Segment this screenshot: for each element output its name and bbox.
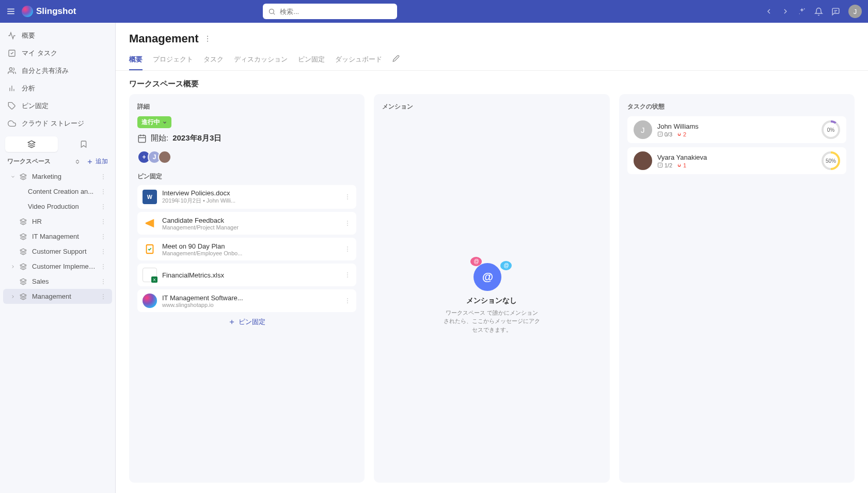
sparkle-icon[interactable] <box>798 7 806 16</box>
nav-shared[interactable]: 自分と共有済み <box>0 62 115 80</box>
pinned-item[interactable]: WInterview Policies.docx2019年10月2日 • Joh… <box>137 185 356 209</box>
main-content: Management 概要プロジェクトタスクディスカッションピン固定ダッシュボー… <box>116 23 868 493</box>
more-icon[interactable] <box>344 193 351 201</box>
sidebar-item-workspace[interactable]: Marketing <box>3 169 112 184</box>
svg-point-51 <box>103 298 104 299</box>
pinned-item-sub: 2019年10月2日 • John Willi... <box>162 197 339 205</box>
edit-tabs-icon[interactable] <box>392 55 400 67</box>
card-title: メンション <box>382 102 601 111</box>
nav-label: クラウド ストレージ <box>22 119 84 128</box>
tab[interactable]: ディスカッション <box>234 52 288 70</box>
svg-marker-28 <box>20 219 26 222</box>
svg-point-29 <box>103 219 104 220</box>
user-stats: 0/3 2 <box>657 131 816 137</box>
svg-point-64 <box>348 223 349 224</box>
svg-point-30 <box>103 221 104 222</box>
nav-forward-icon[interactable] <box>781 7 790 16</box>
pinned-item[interactable]: Candidate FeedbackManagement/Project Man… <box>137 212 356 235</box>
tab[interactable]: ピン固定 <box>298 52 325 70</box>
brand-logo[interactable]: Slingshot <box>22 6 76 17</box>
more-icon[interactable] <box>344 297 351 304</box>
sidebar-item-workspace-child[interactable]: Content Creation an... <box>3 184 112 199</box>
sidebar-item-workspace[interactable]: IT Management <box>3 229 112 244</box>
workspace-label: Sales <box>32 278 96 285</box>
fire-icon <box>676 162 682 168</box>
more-icon[interactable] <box>344 245 351 253</box>
search-input[interactable] <box>280 8 392 16</box>
pinned-list: WInterview Policies.docx2019年10月2日 • Joh… <box>137 185 356 312</box>
tab[interactable]: 概要 <box>129 52 143 70</box>
add-pin-button[interactable]: ピン固定 <box>137 312 356 332</box>
member-avatars[interactable]: + J <box>137 150 356 164</box>
nav-mytasks[interactable]: マイ タスク <box>0 44 115 62</box>
view-bookmarks-tab[interactable] <box>58 136 111 152</box>
nav-pinned[interactable]: ピン固定 <box>0 97 115 115</box>
logo-mark-icon <box>22 6 33 17</box>
calendar-icon <box>137 134 147 143</box>
more-icon[interactable] <box>344 271 351 279</box>
sidebar-item-workspace[interactable]: HR <box>3 214 112 229</box>
plus-icon <box>228 318 235 326</box>
more-icon[interactable] <box>100 278 107 285</box>
more-icon[interactable] <box>344 220 351 227</box>
svg-point-54 <box>207 41 208 42</box>
user-avatar[interactable]: J <box>848 5 862 18</box>
search-box[interactable] <box>263 4 397 19</box>
bell-icon[interactable] <box>814 7 823 16</box>
tab[interactable]: タスク <box>203 52 224 70</box>
add-workspace-button[interactable]: 追加 <box>86 157 108 166</box>
more-icon[interactable] <box>100 173 107 180</box>
nav-analytics[interactable]: 分析 <box>0 80 115 97</box>
more-icon[interactable] <box>100 188 107 195</box>
nav-back-icon[interactable] <box>765 7 773 16</box>
more-icon[interactable] <box>100 248 107 255</box>
svg-point-35 <box>103 238 104 239</box>
more-icon[interactable] <box>100 203 107 210</box>
pinned-item[interactable]: Meet on 90 Day PlanManagement/Employee O… <box>137 238 356 260</box>
check-square-icon <box>7 49 17 58</box>
status-chip[interactable]: 進行中 <box>137 116 171 128</box>
page-more-icon[interactable] <box>203 35 212 43</box>
pinned-item[interactable]: FinancialMetrics.xlsx <box>137 264 356 286</box>
avatar[interactable] <box>158 150 171 164</box>
sidebar-item-workspace[interactable]: Customer Support <box>3 244 112 259</box>
sidebar-item-workspace-child[interactable]: Video Production <box>3 199 112 214</box>
users-icon <box>7 66 17 75</box>
svg-rect-55 <box>138 135 146 143</box>
svg-point-68 <box>348 249 349 250</box>
svg-point-33 <box>103 234 104 235</box>
view-workspaces-tab[interactable] <box>5 136 58 152</box>
svg-point-26 <box>103 206 104 207</box>
tab[interactable]: プロジェクト <box>153 52 193 70</box>
workspace-label: Content Creation an... <box>28 188 96 195</box>
sidebar-item-workspace[interactable]: Customer Implementa... <box>3 259 112 274</box>
sort-icon[interactable] <box>74 158 81 165</box>
tab[interactable]: ダッシュボード <box>335 52 382 70</box>
user-status-row[interactable]: Vyara Yanakieva 1/2 1 50% <box>627 147 846 174</box>
section-label: ワークスペース <box>7 157 51 166</box>
pinned-item-sub: Management/Employee Onbo... <box>162 250 339 256</box>
pinned-item[interactable]: IT Management Software...www.slingshotap… <box>137 289 356 312</box>
more-icon[interactable] <box>100 233 107 240</box>
more-icon[interactable] <box>100 293 107 300</box>
chat-icon[interactable] <box>831 7 840 16</box>
nav-label: 分析 <box>22 84 35 93</box>
more-icon[interactable] <box>100 218 107 225</box>
svg-point-45 <box>103 279 104 280</box>
nav-overview[interactable]: 概要 <box>0 27 115 44</box>
more-icon[interactable] <box>100 263 107 270</box>
hamburger-icon[interactable] <box>6 7 15 16</box>
svg-point-10 <box>9 68 12 70</box>
svg-point-53 <box>207 38 208 39</box>
nav-cloud[interactable]: クラウド ストレージ <box>0 115 115 132</box>
user-status-row[interactable]: J John Williams 0/3 2 0% <box>627 116 846 143</box>
check-square-icon <box>657 162 663 168</box>
sidebar-item-workspace[interactable]: Management <box>3 289 112 304</box>
svg-point-74 <box>348 300 349 301</box>
svg-point-75 <box>348 302 349 303</box>
user-stats: 1/2 1 <box>657 162 816 168</box>
user-status-list: J John Williams 0/3 2 0% Vyara Yanakieva… <box>627 116 846 178</box>
sidebar-item-workspace[interactable]: Sales <box>3 274 112 289</box>
svg-point-5 <box>804 8 805 9</box>
svg-marker-44 <box>20 279 26 282</box>
